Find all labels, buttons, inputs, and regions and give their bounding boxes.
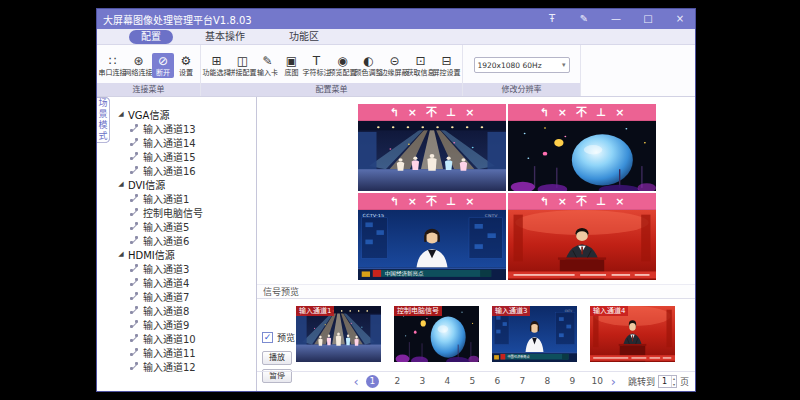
group-label: 连接菜单	[97, 83, 200, 96]
minimize-icon[interactable]: —	[607, 10, 625, 28]
tree-group-row[interactable]: ◢ HDMI信源	[117, 247, 256, 261]
signal-thumbnail[interactable]: 输入通道1	[296, 306, 381, 362]
tree-channel-row[interactable]: 输入通道5	[117, 219, 256, 233]
tree-channel-row[interactable]: 输入通道3	[117, 261, 256, 275]
page-number[interactable]: 1	[366, 375, 379, 388]
undo-arrow-icon[interactable]: ↰	[390, 105, 399, 120]
disconnect-button[interactable]: ⊘ 断开	[152, 53, 174, 78]
theme-icon[interactable]: ✎	[575, 10, 593, 28]
video-window[interactable]: ↰×不⊥×	[508, 193, 656, 280]
function-select-button[interactable]: ⊞ 功能选择	[204, 53, 229, 78]
tree-channel-row[interactable]: 控制电脑信号	[117, 205, 256, 219]
get-info-button[interactable]: ⊡ 获取信息	[408, 53, 433, 78]
edge-mask-button[interactable]: ⊝ 边缘屏蔽	[382, 53, 407, 78]
ground-icon[interactable]: ⊥	[596, 194, 606, 209]
bu-character-icon[interactable]: 不	[576, 105, 587, 120]
ribbon-tab[interactable]: 配置	[129, 30, 173, 44]
page-number[interactable]: 10	[591, 375, 604, 388]
link-icon	[130, 123, 140, 133]
tree-channel-row[interactable]: 输入通道16	[117, 163, 256, 177]
undo-arrow-icon[interactable]: ↰	[540, 194, 549, 209]
tree-group-row[interactable]: ◢ VGA信源	[117, 107, 256, 121]
tree-channel-row[interactable]: 输入通道11	[117, 345, 256, 359]
page-number[interactable]: 2	[391, 375, 404, 388]
toolbar-spacer	[581, 45, 695, 96]
close-icon-2[interactable]: ×	[465, 105, 474, 120]
close-icon[interactable]: ×	[671, 10, 689, 28]
close-icon[interactable]: ×	[558, 105, 567, 120]
page-number[interactable]: 6	[491, 375, 504, 388]
page-number[interactable]: 3	[416, 375, 429, 388]
close-icon[interactable]: ×	[558, 194, 567, 209]
close-icon[interactable]: ×	[408, 194, 417, 209]
tree-channel-row[interactable]: 输入通道14	[117, 135, 256, 149]
color-adjust-button[interactable]: ◐ 颜色调整	[356, 53, 381, 78]
tree-channel-row[interactable]: 输入通道12	[117, 359, 256, 373]
expand-arrow-icon[interactable]: ◢	[117, 180, 125, 188]
base-image-button[interactable]: ▣ 底图	[280, 53, 303, 78]
text-annotation-button[interactable]: T 字符标注	[304, 53, 329, 78]
toolbar-button-label: 输入卡	[257, 69, 278, 77]
spinner-down-icon[interactable]: ▾	[673, 382, 675, 388]
close-icon[interactable]: ×	[408, 105, 417, 120]
video-window[interactable]: ↰×不⊥×	[358, 193, 506, 280]
tree-channel-label: 输入通道11	[143, 345, 196, 360]
tree-channel-row[interactable]: 输入通道13	[117, 121, 256, 135]
close-icon-2[interactable]: ×	[615, 194, 624, 209]
preview-config-button[interactable]: ◉ 预览配置	[330, 53, 355, 78]
pin-icon[interactable]: Ŧ	[543, 10, 561, 28]
expand-arrow-icon[interactable]: ◢	[117, 250, 125, 258]
video-window-banner: ↰×不⊥×	[358, 104, 506, 121]
toolbar-button-icon: ▣	[286, 54, 297, 69]
signal-thumbnail[interactable]: 输入通道3	[492, 306, 577, 362]
tree-channel-row[interactable]: 输入通道8	[117, 303, 256, 317]
video-preview-image	[508, 210, 656, 280]
tree-channel-row[interactable]: 输入通道1	[117, 191, 256, 205]
tree-channel-row[interactable]: 输入通道15	[117, 149, 256, 163]
page-number[interactable]: 9	[566, 375, 579, 388]
page-number[interactable]: 4	[441, 375, 454, 388]
close-icon-2[interactable]: ×	[615, 105, 624, 120]
splice-config-button[interactable]: ◫ 拼接配置	[230, 53, 255, 78]
ground-icon[interactable]: ⊥	[446, 105, 456, 120]
bu-character-icon[interactable]: 不	[426, 105, 437, 120]
play-button[interactable]: 播放	[262, 351, 292, 365]
page-number[interactable]: 5	[466, 375, 479, 388]
link-icon	[130, 361, 140, 371]
network-connect-button[interactable]: ⊛ 网络连接	[126, 53, 151, 78]
next-page-icon[interactable]: ›	[611, 375, 616, 388]
prev-page-icon[interactable]: ‹	[354, 375, 359, 388]
ribbon-tab[interactable]: 基本操作	[193, 30, 257, 44]
bu-character-icon[interactable]: 不	[426, 194, 437, 209]
settings-button[interactable]: ⚙ 设置	[175, 53, 197, 78]
page-number[interactable]: 8	[541, 375, 554, 388]
screen-control-button[interactable]: ⊟ 屏控设置	[434, 53, 459, 78]
tree-channel-row[interactable]: 输入通道6	[117, 233, 256, 247]
preview-checkbox[interactable]: ✓	[262, 332, 273, 343]
expand-arrow-icon[interactable]: ◢	[117, 110, 125, 118]
tree-channel-row[interactable]: 输入通道7	[117, 289, 256, 303]
serial-connect-button[interactable]: ∷ 串口连接	[100, 53, 125, 78]
tree-group-row[interactable]: ◢ DVI信源	[117, 177, 256, 191]
page-number-input[interactable]: 1 ▴ ▾	[658, 375, 677, 388]
input-card-button[interactable]: ✎ 输入卡	[256, 53, 279, 78]
maximize-icon[interactable]: □	[639, 10, 657, 28]
undo-arrow-icon[interactable]: ↰	[540, 105, 549, 120]
spinner-arrows[interactable]: ▴ ▾	[671, 376, 676, 387]
ground-icon[interactable]: ⊥	[596, 105, 606, 120]
close-icon-2[interactable]: ×	[465, 194, 474, 209]
video-window[interactable]: ↰×不⊥×	[508, 104, 656, 191]
ribbon-tab[interactable]: 功能区	[277, 30, 331, 44]
bu-character-icon[interactable]: 不	[576, 194, 587, 209]
tree-channel-row[interactable]: 输入通道9	[117, 317, 256, 331]
tree-channel-row[interactable]: 输入通道4	[117, 275, 256, 289]
ground-icon[interactable]: ⊥	[446, 194, 456, 209]
signal-thumbnail[interactable]: 控制电脑信号	[394, 306, 479, 362]
video-window[interactable]: ↰×不⊥×	[358, 104, 506, 191]
tree-channel-row[interactable]: 输入通道10	[117, 331, 256, 345]
undo-arrow-icon[interactable]: ↰	[390, 194, 399, 209]
resolution-dropdown[interactable]: 1920x1080 60Hz ▾	[474, 57, 570, 73]
sidebar-vertical-tab[interactable]: 场景模式	[97, 97, 110, 143]
page-number[interactable]: 7	[516, 375, 529, 388]
signal-thumbnail[interactable]: 输入通道4	[590, 306, 675, 362]
